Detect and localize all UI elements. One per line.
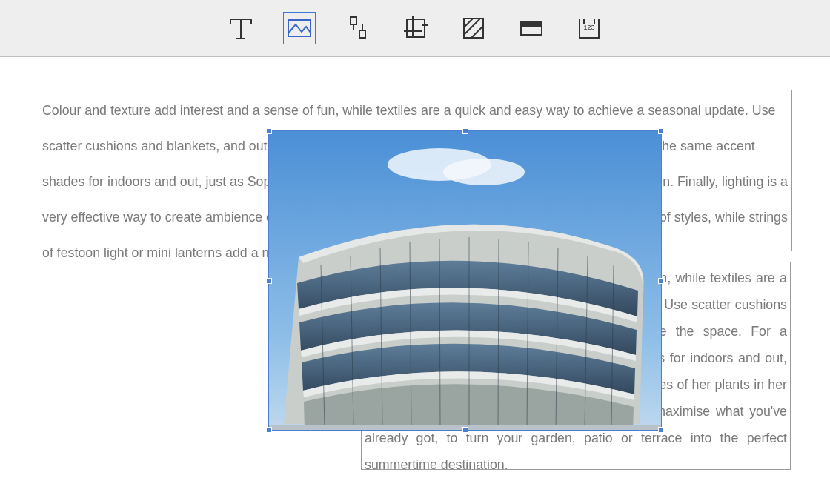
- frame-tool-button[interactable]: [516, 13, 547, 44]
- svg-text:123: 123: [583, 24, 594, 31]
- anchor-tool-button[interactable]: [342, 13, 374, 44]
- resize-handle-nw[interactable]: [266, 128, 272, 134]
- resize-handle-sw[interactable]: [266, 427, 272, 433]
- document-canvas[interactable]: Colour and texture add interest and a se…: [0, 57, 830, 503]
- numbering-tool-button[interactable]: 123: [574, 13, 605, 44]
- text-tool-icon: [228, 15, 254, 42]
- svg-rect-3: [359, 30, 365, 38]
- resize-handle-ne[interactable]: [658, 128, 664, 134]
- resize-handle-s[interactable]: [462, 427, 468, 433]
- svg-line-12: [471, 26, 483, 38]
- frame-tool-icon: [518, 15, 545, 42]
- hatch-tool-button[interactable]: [458, 13, 489, 44]
- resize-handle-w[interactable]: [266, 278, 272, 284]
- building-photo-icon: [269, 131, 661, 430]
- crop-tool-button[interactable]: [400, 13, 431, 44]
- resize-handle-e[interactable]: [658, 278, 664, 284]
- editor-toolbar: 123: [0, 0, 830, 57]
- numbering-tool-icon: 123: [576, 15, 602, 42]
- svg-line-11: [464, 19, 473, 27]
- image-tool-button[interactable]: [283, 12, 316, 44]
- anchor-tool-icon: [345, 15, 371, 42]
- image-object[interactable]: [269, 131, 661, 430]
- svg-rect-14: [521, 21, 542, 27]
- svg-point-20: [443, 159, 525, 185]
- image-tool-icon: [286, 15, 313, 42]
- text-tool-button[interactable]: [225, 13, 256, 44]
- svg-rect-1: [351, 17, 356, 24]
- hatch-tool-icon: [460, 15, 487, 42]
- svg-rect-5: [407, 19, 425, 37]
- resize-handle-n[interactable]: [462, 128, 468, 134]
- crop-tool-icon: [402, 15, 429, 42]
- image-content: [269, 131, 661, 430]
- resize-handle-se[interactable]: [658, 427, 664, 433]
